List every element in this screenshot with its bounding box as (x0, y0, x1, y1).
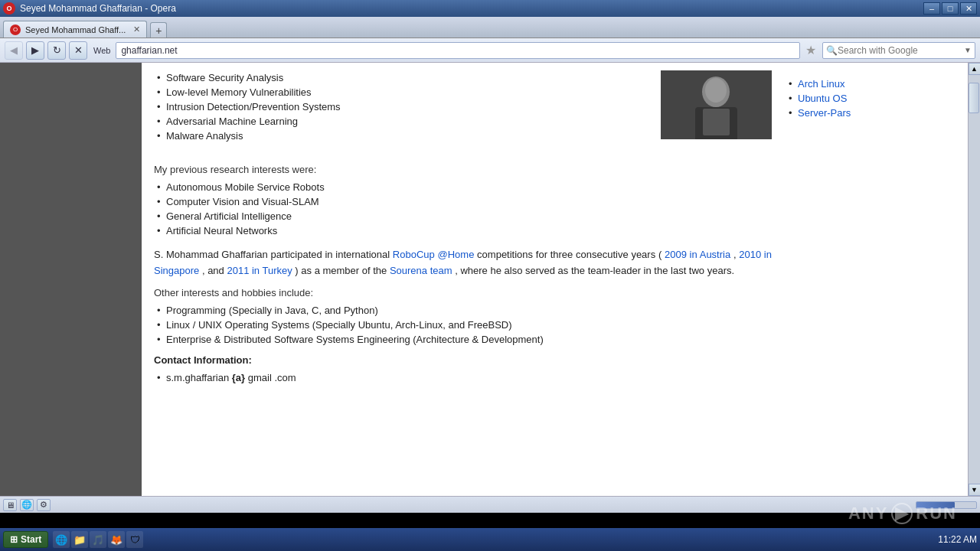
research-list: Software Security Analysis Low-level Mem… (154, 70, 772, 143)
reload-button[interactable]: ↻ (47, 41, 66, 60)
start-icon: ⊞ (10, 534, 18, 545)
paragraph-end1: ) as a member of the (295, 265, 390, 276)
search-box: 🔍 ▼ (822, 42, 975, 59)
content-sidebar: Arch Linux Ubuntu OS Server-Pars (779, 70, 956, 385)
previous-item: Autonomous Mobile Service Robots (154, 180, 772, 194)
left-margin (0, 63, 142, 496)
scroll-track[interactable] (969, 75, 980, 484)
minimize-button[interactable]: – (923, 2, 940, 15)
taskbar-icon-antivirus[interactable]: 🛡 (126, 531, 143, 548)
taskbar-icon-media[interactable]: 🎵 (90, 531, 106, 548)
previous-interests-label: My previous research interests were: (154, 164, 772, 175)
sidebar-links: Arch Linux Ubuntu OS Server-Pars (786, 77, 949, 120)
tab-label: Seyed Mohammad Ghaff... (25, 25, 126, 34)
status-icon-1[interactable]: 🖥 (3, 499, 17, 511)
sidebar-link-item: Ubuntu OS (786, 91, 949, 106)
restore-button[interactable]: □ (942, 2, 959, 15)
forward-button[interactable]: ▶ (26, 41, 44, 60)
navigation-bar: ◀ ▶ ↻ ✕ Web ★ 🔍 ▼ (0, 38, 980, 63)
bookmark-button[interactable]: ★ (802, 43, 819, 57)
previous-item: Computer Vision and Visual-SLAM (154, 194, 772, 209)
sourena-link[interactable]: Sourena team (390, 265, 452, 276)
contact-list: s.m.ghaffarian {a} gmail .com (154, 370, 772, 385)
sidebar-link-item: Arch Linux (786, 77, 949, 91)
arch-linux-link[interactable]: Arch Linux (798, 78, 844, 90)
server-pars-link[interactable]: Server-Pars (798, 107, 851, 119)
taskbar: ⊞ Start 🌐 📁 🎵 🦊 🛡 11:22 AM (0, 528, 980, 551)
hobby-item: Programming (Specially in Java, C, and P… (154, 303, 772, 318)
tab-close-button[interactable]: ✕ (133, 24, 140, 34)
status-icon-2[interactable]: 🌐 (20, 499, 34, 511)
contact-heading: Contact Information: (154, 354, 772, 366)
hobbies-list: Programming (Specially in Java, C, and P… (154, 303, 772, 347)
research-item: Low-level Memory Vulnerabilities (154, 85, 772, 99)
page-content: Software Security Analysis Low-level Mem… (142, 63, 968, 496)
back-button[interactable]: ◀ (5, 41, 23, 60)
taskbar-icon-folder[interactable]: 📁 (71, 531, 88, 548)
address-bar[interactable] (116, 42, 800, 59)
hobby-item: Linux / UNIX Operating Systems (Speciall… (154, 318, 772, 332)
taskbar-time: 11:22 AM (938, 534, 977, 545)
scrollbar[interactable]: ▲ ▼ (968, 63, 980, 496)
start-label: Start (21, 534, 41, 545)
scroll-down-button[interactable]: ▼ (969, 484, 981, 496)
other-interests-label: Other interests and hobbies include: (154, 287, 772, 298)
title-bar: O Seyed Mohammad Ghaffarian - Opera – □ … (0, 0, 980, 17)
paragraph-intro: S. Mohammad Ghaffarian participated in i… (154, 249, 393, 260)
status-icon-3[interactable]: ⚙ (37, 499, 51, 511)
status-bar: 🖥 🌐 ⚙ (0, 496, 980, 513)
robocup-paragraph: S. Mohammad Ghaffarian participated in i… (154, 247, 772, 279)
previous-item: Artificial Neural Networks (154, 223, 772, 238)
sep2: , and (202, 265, 227, 276)
previous-item: General Artificial Intelligence (154, 209, 772, 223)
research-item: Software Security Analysis (154, 70, 772, 85)
year1-link[interactable]: 2009 in Austria (665, 249, 730, 260)
window-title: Seyed Mohammad Ghaffarian - Opera (20, 3, 176, 14)
scroll-up-button[interactable]: ▲ (969, 63, 981, 75)
stop-button[interactable]: ✕ (69, 41, 87, 60)
paragraph-middle: competitions for three consecutive years… (477, 249, 662, 260)
contact-email: s.m.ghaffarian {a} gmail .com (154, 370, 772, 385)
progress-bar (916, 501, 977, 509)
year3-link[interactable]: 2011 in Turkey (227, 265, 292, 276)
search-icon: 🔍 (826, 45, 838, 56)
browser-tab[interactable]: O Seyed Mohammad Ghaff... ✕ (3, 21, 147, 37)
close-button[interactable]: ✕ (960, 2, 977, 15)
ubuntu-link[interactable]: Ubuntu OS (798, 93, 847, 104)
research-item: Adversarial Machine Learning (154, 114, 772, 129)
scroll-thumb[interactable] (969, 83, 979, 113)
sidebar-link-item: Server-Pars (786, 106, 949, 120)
opera-logo: O (3, 2, 15, 15)
search-input[interactable] (838, 45, 964, 56)
paragraph-end2: , where he also served as the team-leade… (455, 265, 734, 276)
page-inner: Software Security Analysis Low-level Mem… (142, 63, 968, 496)
research-item: Malware Analysis (154, 129, 772, 143)
tab-favicon: O (10, 24, 21, 35)
previous-list: Autonomous Mobile Service Robots Compute… (154, 180, 772, 238)
start-button[interactable]: ⊞ Start (3, 531, 48, 548)
hobby-item: Enterprise & Distributed Software System… (154, 332, 772, 347)
web-label: Web (90, 46, 113, 55)
tab-bar: O Seyed Mohammad Ghaff... ✕ + (0, 17, 980, 38)
research-item: Intrusion Detection/Prevention Systems (154, 99, 772, 114)
new-tab-button[interactable]: + (150, 22, 167, 37)
taskbar-icon-ie[interactable]: 🌐 (53, 531, 70, 548)
robocup-link[interactable]: RoboCup @Home (393, 249, 475, 260)
search-dropdown-arrow[interactable]: ▼ (964, 46, 972, 54)
taskbar-icon-firefox[interactable]: 🦊 (108, 531, 125, 548)
